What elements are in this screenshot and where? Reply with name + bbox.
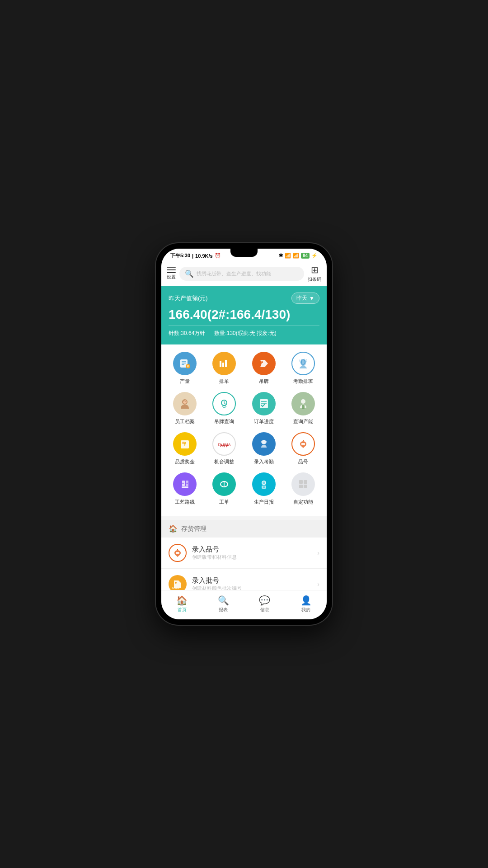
employee-label: 员工档案 bbox=[175, 418, 195, 425]
nav-report-label: 报表 bbox=[219, 607, 228, 613]
list-subtitle-product-code: 创建版带和材料信息 bbox=[192, 554, 312, 561]
grid-item-capacity[interactable]: 查询产能 bbox=[287, 392, 319, 425]
svg-text:SALE: SALE bbox=[172, 586, 179, 589]
attendance-icon bbox=[291, 352, 315, 375]
bottom-nav: 🏠 首页 🔍 报表 💬 信息 👤 我的 bbox=[161, 590, 327, 619]
search-bar[interactable]: 🔍 找绣花版带、查生产进度、找功能 bbox=[179, 267, 304, 281]
phone-frame: 下午5:30 | 10.9K/s ⏰ ✱ 📶 📶 84 ⚡ 设置 bbox=[156, 243, 332, 625]
notch bbox=[230, 249, 258, 257]
list-arrow-batch: › bbox=[317, 580, 319, 588]
icon-row-3: ¥ 品质奖金 TAJIMA bbox=[165, 432, 323, 465]
search-icon: 🔍 bbox=[185, 269, 194, 278]
grid-item-employee[interactable]: 员工档案 bbox=[169, 392, 201, 425]
grid-item-custom[interactable]: 自定功能 bbox=[287, 472, 319, 505]
custom-icon bbox=[291, 472, 315, 496]
schedule-label: 排单 bbox=[219, 378, 229, 385]
period-selector[interactable]: 昨天 ▼ bbox=[291, 292, 319, 304]
phone-screen: 下午5:30 | 10.9K/s ⏰ ✱ 📶 📶 84 ⚡ 设置 bbox=[161, 249, 327, 619]
svg-point-21 bbox=[301, 399, 305, 404]
order-progress-label: 订单进度 bbox=[254, 418, 274, 425]
dashboard: 昨天产值额(元) 昨天 ▼ 166.40(2#:166.4/130) 针数:30… bbox=[161, 286, 327, 344]
speed-display: | bbox=[192, 253, 193, 259]
svg-point-47 bbox=[175, 582, 177, 584]
qr-button[interactable]: ⊞ 扫条码 bbox=[308, 264, 321, 283]
icon-row-4: 工艺路线 工单 bbox=[165, 472, 323, 505]
nav-home[interactable]: 🏠 首页 bbox=[169, 594, 195, 614]
order-progress-icon bbox=[252, 392, 276, 415]
status-left: 下午5:30 | 10.9K/s ⏰ bbox=[170, 252, 221, 259]
employee-icon bbox=[173, 392, 197, 415]
hamburger-icon bbox=[167, 267, 176, 273]
dashboard-value: 166.40(2#:166.4/130) bbox=[169, 307, 319, 326]
daily-report-icon bbox=[252, 472, 276, 496]
tag-label: 吊牌 bbox=[259, 378, 269, 385]
bluetooth-icon: ✱ bbox=[279, 253, 283, 259]
status-right: ✱ 📶 📶 84 ⚡ bbox=[279, 253, 318, 259]
grid-item-attendance[interactable]: 考勤排班 bbox=[287, 352, 319, 385]
list-title-product-code: 录入品号 bbox=[192, 545, 312, 554]
quantity-stat: 数量:130(瑕疵:无 报废:无) bbox=[214, 330, 276, 337]
svg-point-9 bbox=[261, 361, 263, 363]
list-icon-batch: SALE bbox=[169, 575, 187, 590]
chevron-down-icon: ▼ bbox=[309, 295, 314, 302]
attendance-label: 考勤排班 bbox=[293, 378, 313, 385]
tag-icon bbox=[252, 352, 276, 375]
tag-query-label: 吊牌查询 bbox=[214, 418, 234, 425]
grid-item-product-code[interactable]: 品号 bbox=[287, 432, 319, 465]
product-code-icon bbox=[291, 432, 315, 456]
list-item-batch[interactable]: SALE 录入批号 创建材料颜色批次编号 › bbox=[161, 569, 327, 590]
settings-button[interactable]: 设置 bbox=[167, 267, 176, 280]
capacity-icon bbox=[291, 392, 315, 415]
inventory-section-icon: 🏠 bbox=[169, 524, 178, 533]
grid-item-machine[interactable]: TAJIMA 机台调整 bbox=[208, 432, 240, 465]
list-item-product-code[interactable]: 录入品号 创建版带和材料信息 › bbox=[161, 538, 327, 569]
nav-mine-label: 我的 bbox=[301, 607, 310, 613]
period-label: 昨天 bbox=[296, 294, 307, 302]
signal-icon: 📶 bbox=[285, 253, 291, 259]
time-display: 下午5:30 bbox=[170, 252, 190, 259]
grid-item-process[interactable]: 工艺路线 bbox=[169, 472, 201, 505]
svg-point-28 bbox=[262, 440, 266, 444]
svg-rect-43 bbox=[304, 480, 307, 484]
grid-item-quality-bonus[interactable]: ¥ 品质奖金 bbox=[169, 432, 201, 465]
svg-rect-22 bbox=[302, 405, 305, 409]
svg-rect-44 bbox=[299, 485, 303, 488]
mine-icon: 👤 bbox=[300, 595, 312, 606]
svg-rect-42 bbox=[299, 480, 303, 484]
nav-home-label: 首页 bbox=[178, 607, 187, 613]
search-placeholder: 找绣花版带、查生产进度、找功能 bbox=[197, 270, 271, 277]
svg-text:¥: ¥ bbox=[187, 365, 189, 368]
custom-label: 自定功能 bbox=[293, 499, 313, 505]
grid-item-tag[interactable]: 吊牌 bbox=[248, 352, 280, 385]
grid-item-work-order[interactable]: 工单 bbox=[208, 472, 240, 505]
grid-item-daily-report[interactable]: 生产日报 bbox=[248, 472, 280, 505]
output-label: 产量 bbox=[180, 378, 190, 385]
svg-rect-6 bbox=[220, 361, 221, 367]
dashboard-title: 昨天产值额(元) bbox=[169, 294, 208, 302]
nav-mine[interactable]: 👤 我的 bbox=[293, 594, 319, 614]
dashboard-stats: 针数:30.64万针 数量:130(瑕疵:无 报废:无) bbox=[169, 330, 319, 337]
grid-item-output[interactable]: ¥ 产量 bbox=[169, 352, 201, 385]
tag-query-icon bbox=[212, 392, 236, 415]
nav-message[interactable]: 💬 信息 bbox=[252, 594, 277, 614]
svg-rect-7 bbox=[222, 363, 224, 367]
process-icon bbox=[173, 472, 197, 496]
home-icon: 🏠 bbox=[176, 595, 188, 606]
svg-rect-45 bbox=[304, 485, 307, 488]
grid-item-record-attendance[interactable]: 录入考勤 bbox=[248, 432, 280, 465]
nav-report[interactable]: 🔍 报表 bbox=[211, 594, 236, 614]
battery-icon: 84 bbox=[301, 253, 310, 259]
wifi-icon: 📶 bbox=[293, 253, 299, 259]
grid-item-schedule[interactable]: 排单 bbox=[208, 352, 240, 385]
list-content-product-code: 录入品号 创建版带和材料信息 bbox=[192, 545, 312, 561]
svg-point-34 bbox=[186, 483, 188, 484]
list-content-batch: 录入批号 创建材料颜色批次编号 bbox=[192, 576, 312, 590]
main-content: ¥ 产量 排单 bbox=[161, 344, 327, 590]
svg-point-33 bbox=[182, 483, 183, 484]
grid-item-tag-query[interactable]: 吊牌查询 bbox=[208, 392, 240, 425]
grid-item-order-progress[interactable]: 订单进度 bbox=[248, 392, 280, 425]
icon-grid: ¥ 产量 排单 bbox=[161, 344, 327, 516]
network-speed: 10.9K/s bbox=[195, 253, 213, 259]
svg-line-16 bbox=[224, 403, 225, 404]
svg-rect-29 bbox=[301, 443, 305, 445]
